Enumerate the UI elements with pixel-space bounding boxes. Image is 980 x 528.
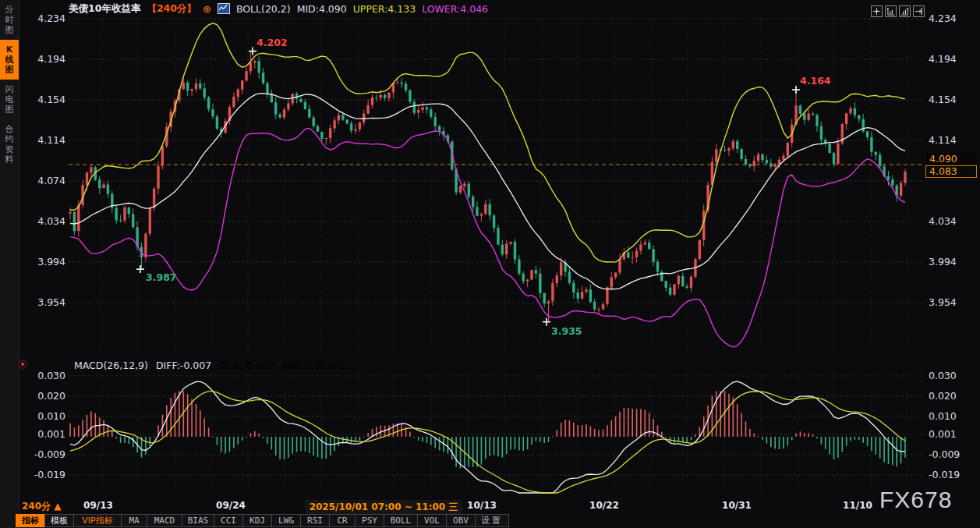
candlestick-series[interactable] bbox=[69, 23, 906, 347]
toolbar-button-VOL[interactable]: VOL bbox=[417, 514, 447, 527]
macd-tick-left: -0.019 bbox=[17, 469, 65, 480]
watermark: FX678 bbox=[879, 487, 952, 513]
price-tick-right: 4.034 bbox=[929, 215, 957, 227]
macd-tick-left: 0.020 bbox=[17, 390, 65, 402]
axis-scale-right-icon[interactable] bbox=[899, 5, 911, 17]
price-tick-right: 4.114 bbox=[929, 134, 957, 146]
last-price-label: 4.083 bbox=[925, 165, 977, 178]
macd-dea-value: DEA:-0.007 bbox=[219, 360, 274, 371]
indicator-toolbar: 指标模板VIP指标MAMACDBIASCCIKDJLW&RSICRPSYBOLL… bbox=[16, 514, 508, 527]
sidebar-tab-闪电图[interactable]: 闪电图 bbox=[0, 80, 19, 119]
date-tick: 09/24 bbox=[216, 500, 246, 511]
toolbar-button-KDJ[interactable]: KDJ bbox=[242, 514, 272, 527]
price-tick-right: 4.194 bbox=[929, 53, 957, 65]
toolbar-button-BIAS[interactable]: BIAS bbox=[182, 514, 214, 527]
toolbar-button-RSI[interactable]: RSI bbox=[300, 514, 330, 527]
macd-tick-right: 0.001 bbox=[929, 428, 957, 440]
reference-price-label: 4.090 bbox=[926, 153, 976, 165]
macd-tick-left: -0.009 bbox=[17, 448, 65, 460]
date-tick: 10/22 bbox=[589, 500, 619, 511]
toolbar-button-CR[interactable]: CR bbox=[329, 514, 356, 527]
boll-name-label: BOLL(20,2) bbox=[236, 3, 291, 15]
period-label[interactable]: 【240分】 bbox=[147, 2, 196, 16]
macd-tick-left: 0.001 bbox=[17, 428, 65, 440]
macd-tick-left: 0.010 bbox=[17, 410, 65, 422]
sidebar-tab-合约资料[interactable]: 合约资料 bbox=[0, 119, 19, 169]
boll-lower-value: LOWER:4.046 bbox=[422, 3, 488, 15]
pan-right-icon[interactable] bbox=[913, 5, 925, 17]
price-tick-left: 4.154 bbox=[17, 94, 65, 105]
instrument-title: 美债10年收益率 bbox=[69, 2, 140, 16]
toolbar-button-模板[interactable]: 模板 bbox=[44, 514, 74, 527]
macd-diff-value: DIFF:-0.007 bbox=[156, 360, 211, 371]
price-tick-left: 3.954 bbox=[17, 296, 65, 308]
price-tick-left: 4.114 bbox=[17, 134, 65, 146]
macd-tick-right: 0.020 bbox=[929, 390, 957, 402]
toolbar-button-CCI[interactable]: CCI bbox=[214, 514, 243, 527]
price-tick-right: 3.994 bbox=[929, 256, 957, 268]
price-tick-left: 4.194 bbox=[17, 53, 65, 65]
toolbar-button-设置[interactable]: 设置 bbox=[475, 514, 509, 527]
boll-mid-value: MID:4.090 bbox=[297, 3, 347, 15]
toolbar-button-指标[interactable]: 指标 bbox=[16, 514, 45, 527]
price-tick-left: 4.034 bbox=[17, 215, 65, 227]
add-indicator-icon[interactable]: ⊕ bbox=[203, 3, 211, 15]
sidebar: 分时图K线图闪电图合约资料 bbox=[0, 0, 19, 528]
boll-upper-value: UPPER:4.133 bbox=[353, 3, 416, 15]
toolbar-button-LW&[interactable]: LW& bbox=[271, 514, 301, 527]
toolbar-button-BOLL[interactable]: BOLL bbox=[384, 514, 418, 527]
extreme-price-label: 4.164 bbox=[800, 75, 831, 87]
extreme-price-label: 3.987 bbox=[146, 271, 177, 283]
macd-header: MACD(26,12,9) DIFF:-0.007 DEA:-0.007 MAC… bbox=[74, 360, 346, 371]
current-bar-time-label: 2025/10/01 07:00 ~ 11:00 三 bbox=[306, 500, 462, 515]
toolbar-button-MACD[interactable]: MACD bbox=[147, 514, 182, 527]
date-tick: 11/10 bbox=[843, 500, 872, 511]
chart-canvas[interactable]: 4.2024.1643.9873.935 bbox=[0, 0, 980, 528]
timeframe-label[interactable]: 240分 ▲ bbox=[22, 500, 61, 513]
toolbar-button-MA[interactable]: MA bbox=[121, 514, 147, 527]
price-tick-left: 4.234 bbox=[17, 12, 65, 24]
toolbar-button-OBV[interactable]: OBV bbox=[446, 514, 476, 527]
macd-tick-right: -0.009 bbox=[929, 448, 960, 460]
macd-series[interactable] bbox=[69, 381, 906, 493]
price-tick-right: 3.954 bbox=[929, 296, 957, 308]
macd-macd-value: MACD:-0.001 bbox=[282, 360, 346, 371]
extreme-price-label: 3.935 bbox=[551, 325, 582, 337]
price-tick-left: 3.994 bbox=[17, 256, 65, 268]
date-tick: 09/13 bbox=[83, 500, 113, 511]
macd-tick-right: -0.019 bbox=[929, 469, 960, 480]
sidebar-tab-分时图[interactable]: 分时图 bbox=[0, 0, 19, 40]
extreme-price-label: 4.202 bbox=[256, 37, 288, 48]
chart-header: 美债10年收益率 【240分】 ⊕ BOLL(20,2) MID:4.090 U… bbox=[69, 2, 488, 16]
price-annotations: 4.2024.1643.9873.935 bbox=[136, 37, 831, 337]
sidebar-tab-K线图[interactable]: K线图 bbox=[0, 40, 19, 80]
date-tick: 10/13 bbox=[467, 500, 497, 511]
crosshair-icon[interactable] bbox=[871, 5, 883, 17]
date-tick: 10/31 bbox=[722, 500, 752, 511]
macd-name-label: MACD(26,12,9) bbox=[74, 360, 148, 371]
toolbar-button-VIP指标[interactable]: VIP指标 bbox=[73, 514, 122, 527]
price-tick-right: 4.234 bbox=[929, 12, 957, 24]
price-tick-left: 4.074 bbox=[17, 175, 65, 186]
chart-app: 分时图K线图闪电图合约资料 美债10年收益率 【240分】 ⊕ BOLL(20,… bbox=[0, 0, 980, 528]
window-toolbar bbox=[871, 5, 925, 17]
macd-tick-right: 0.010 bbox=[929, 410, 957, 422]
axis-scale-left-icon[interactable] bbox=[885, 5, 897, 17]
boll-chart-icon[interactable] bbox=[218, 3, 230, 14]
toolbar-button-PSY[interactable]: PSY bbox=[355, 514, 384, 527]
price-tick-right: 4.154 bbox=[929, 94, 957, 105]
macd-tick-right: 0.030 bbox=[929, 370, 957, 381]
